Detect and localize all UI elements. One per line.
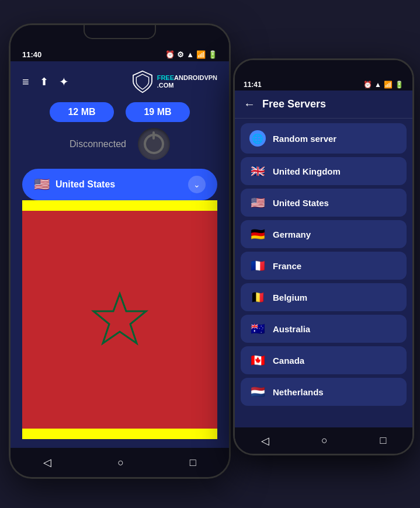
server-item-fr[interactable]: 🇫🇷 France (241, 252, 407, 280)
settings-icon: ⚙ (177, 50, 184, 59)
flag-nl: 🇳🇱 (249, 385, 266, 399)
share-icon[interactable]: ⬆ (40, 75, 48, 88)
morocco-flag (22, 211, 217, 429)
data-row: 12 MB 19 MB (50, 102, 190, 122)
svg-marker-0 (93, 294, 146, 343)
phone-bottom-1: ◁ ○ □ (11, 448, 229, 477)
status-icons-1: ⏰ ⚙ ▲ 📶 🔋 (165, 50, 217, 59)
alarm-icon: ⏰ (165, 50, 175, 59)
server-name-be: Belgium (273, 293, 307, 302)
country-flag: 🇺🇸 (34, 177, 50, 192)
server-item-random[interactable]: 🌐 Random server (241, 123, 407, 154)
yellow-bar-top (22, 200, 217, 211)
flag-de: 🇩🇪 (249, 227, 266, 241)
battery-icon-2: 🔋 (395, 81, 404, 89)
flag-be: 🇧🇪 (249, 290, 266, 304)
connection-status: Disconnected (70, 139, 126, 149)
server-item-be[interactable]: 🇧🇪 Belgium (241, 283, 407, 311)
logo-shield-icon (131, 70, 154, 93)
home-nav-btn-1[interactable]: ○ (117, 457, 124, 469)
status-bar-2: 11:41 ⏰ ▲ 📶 🔋 (235, 78, 412, 91)
server-item-ca[interactable]: 🇨🇦 Canada (241, 346, 407, 374)
logo-text: FREEANDROIDVPN .COM (157, 74, 217, 89)
server-item-uk[interactable]: 🇬🇧 United Kingdom (241, 157, 407, 185)
server-name-de: Germany (273, 229, 311, 239)
chevron-down-icon[interactable]: ⌄ (188, 176, 206, 193)
toolbar-1: ≡ ⬆ ✦ FREEANDROIDVPN .COM (22, 70, 217, 93)
country-selector[interactable]: 🇺🇸 United States ⌄ (22, 169, 217, 200)
phone-2: 11:41 ⏰ ▲ 📶 🔋 ← Free Servers 🌐 Random se… (233, 58, 414, 455)
recent-nav-btn-2[interactable]: □ (380, 434, 386, 447)
flag-ca: 🇨🇦 (249, 353, 266, 367)
server-item-nl[interactable]: 🇳🇱 Netherlands (241, 378, 407, 406)
server-name-uk: United Kingdom (273, 166, 341, 176)
screen-1: ≡ ⬆ ✦ FREEANDROIDVPN .COM 12 MB 19 MB Di… (11, 61, 229, 448)
server-name-au: Australia (273, 324, 310, 334)
wifi-icon-2: ▲ (374, 81, 381, 89)
server-name-nl: Netherlands (273, 387, 324, 397)
connection-row: Disconnected (70, 128, 170, 160)
signal-icon: 📶 (196, 50, 206, 59)
menu-icon[interactable]: ≡ (22, 75, 29, 89)
time-1: 11:40 (22, 50, 41, 59)
server-item-au[interactable]: 🇦🇺 Australia (241, 315, 407, 343)
flag-uk: 🇬🇧 (249, 164, 266, 178)
page-title: Free Servers (262, 98, 326, 110)
flag-fr: 🇫🇷 (249, 259, 266, 273)
server-list: 🌐 Random server 🇬🇧 United Kingdom 🇺🇸 Uni… (235, 119, 412, 427)
wifi-icon: ▲ (186, 50, 194, 59)
morocco-star-svg (91, 291, 149, 349)
home-nav-btn-2[interactable]: ○ (321, 434, 328, 447)
server-name-fr: France (273, 261, 301, 271)
yellow-bar-bottom (22, 429, 217, 439)
server-list-header: ← Free Servers (235, 91, 412, 119)
favorites-icon[interactable]: ✦ (59, 75, 69, 89)
battery-icon: 🔋 (208, 50, 217, 59)
status-bar-1: 11:40 ⏰ ⚙ ▲ 📶 🔋 (11, 46, 229, 61)
power-button[interactable] (138, 128, 170, 160)
back-button[interactable]: ← (244, 98, 255, 111)
phone-1: 11:40 ⏰ ⚙ ▲ 📶 🔋 ≡ ⬆ ✦ FREEANDROIDVPN (9, 23, 231, 479)
phone-2-notch (235, 60, 412, 78)
time-2: 11:41 (244, 81, 262, 89)
status-icons-2: ⏰ ▲ 📶 🔋 (363, 81, 404, 89)
alarm-icon-2: ⏰ (363, 81, 372, 89)
phone-bottom-2: ◁ ○ □ (235, 427, 412, 454)
screen-2: ← Free Servers 🌐 Random server 🇬🇧 United… (235, 91, 412, 427)
server-item-de[interactable]: 🇩🇪 Germany (241, 220, 407, 248)
back-nav-btn-1[interactable]: ◁ (43, 456, 51, 469)
data-left: 12 MB (50, 102, 114, 122)
flag-us: 🇺🇸 (249, 196, 266, 210)
server-name-ca: Canada (273, 356, 304, 366)
country-name: United States (55, 179, 182, 190)
toolbar-left: ≡ ⬆ ✦ (22, 75, 69, 89)
server-item-us[interactable]: 🇺🇸 United States (241, 189, 407, 217)
logo-area: FREEANDROIDVPN .COM (131, 70, 217, 93)
server-name-random: Random server (273, 134, 336, 144)
globe-icon: 🌐 (249, 130, 266, 147)
back-nav-btn-2[interactable]: ◁ (261, 434, 269, 447)
server-name-us: United States (273, 198, 329, 208)
flag-au: 🇦🇺 (249, 322, 266, 336)
data-right: 19 MB (126, 102, 190, 122)
signal-icon-2: 📶 (384, 81, 393, 89)
recent-nav-btn-1[interactable]: □ (190, 457, 196, 469)
phone-1-notch (11, 25, 229, 46)
flag-display (22, 200, 217, 439)
power-icon (144, 134, 164, 154)
